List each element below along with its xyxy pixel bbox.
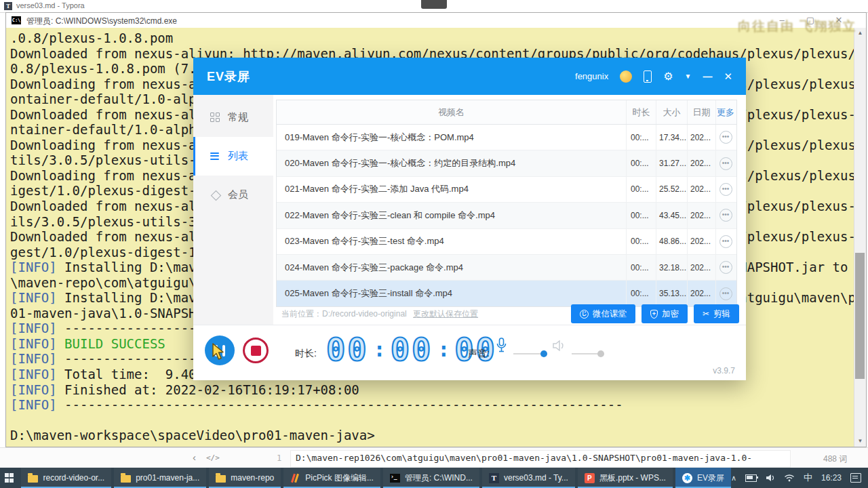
more-options-button[interactable]: •••	[719, 157, 732, 170]
clock-minutes: 00	[391, 329, 433, 370]
video-name: 025-Maven 命令行-实验三-install 命令.mp4	[277, 281, 627, 306]
video-date: 202...	[688, 125, 716, 150]
taskbar-item[interactable]: EV录屏	[675, 468, 731, 488]
taskbar-item-icon	[585, 473, 595, 483]
battery-icon[interactable]	[745, 474, 757, 482]
start-button[interactable]	[0, 468, 18, 488]
sidebar-item-general[interactable]: 常规	[193, 98, 273, 137]
phone-icon[interactable]	[644, 70, 652, 83]
cmd-icon: C:\	[12, 16, 21, 24]
wifi-icon[interactable]	[784, 474, 795, 482]
more-options-button[interactable]: •••	[719, 235, 732, 248]
action-center-icon[interactable]	[850, 473, 861, 483]
change-location-link[interactable]: 更改默认保存位置	[413, 309, 478, 319]
video-size: 43.45...	[656, 203, 688, 228]
table-header: 视频名 时长 大小 日期 更多	[277, 100, 736, 125]
ev-titlebar[interactable]: EV录屏 fengunix ⚙ ▼ — ✕	[193, 58, 746, 95]
windows-logo-icon	[5, 473, 14, 483]
sidebar-item-member[interactable]: 会员	[193, 176, 273, 214]
cmd-titlebar[interactable]: C:\ 管理员: C:\WINDOWS\system32\cmd.exe – ▢…	[6, 13, 866, 28]
typora-titlebar: T verse03.md - Typora	[0, 0, 868, 13]
video-row[interactable]: 021-Maven 命令行-实验二-添加 Java 代码.mp4 00:... …	[277, 177, 736, 203]
wechat-class-button[interactable]: じ 微信课堂	[571, 304, 635, 323]
video-date: 202...	[688, 203, 716, 228]
mic-volume-handle[interactable]	[540, 350, 547, 357]
encrypt-button[interactable]: + 加密	[642, 304, 688, 323]
column-header-name[interactable]: 视频名	[277, 100, 627, 124]
video-duration: 00:...	[627, 150, 656, 176]
typora-window-title: verse03.md - Typora	[16, 1, 85, 9]
more-options-button[interactable]: •••	[719, 209, 732, 222]
save-location: 当前位置：D:/record-video-original 更改默认保存位置	[281, 308, 478, 320]
button-label: 加密	[662, 308, 679, 320]
video-size: 48.86...	[656, 229, 688, 254]
ime-indicator[interactable]: 中	[804, 472, 812, 484]
button-label: 剪辑	[713, 308, 730, 320]
video-duration: 00:...	[627, 125, 656, 150]
code-line-text[interactable]: D:\maven-rep1026\com\atguigu\maven\pro01…	[296, 453, 752, 463]
taskbar-item-icon	[121, 475, 131, 483]
edit-clip-button[interactable]: ✂ 剪辑	[694, 304, 739, 323]
taskbar-item[interactable]: record-video-or...	[21, 468, 111, 488]
tray-chevron-icon[interactable]: ∧	[731, 474, 736, 483]
clock[interactable]: 16:23	[821, 473, 842, 483]
video-duration: 00:...	[627, 203, 656, 228]
video-row[interactable]: 019-Maven 命令行-实验一-核心概念：POM.mp4 00:... 17…	[277, 125, 736, 150]
video-row[interactable]: 025-Maven 命令行-实验三-install 命令.mp4 00:... …	[277, 281, 736, 306]
speaker-volume-handle[interactable]	[597, 350, 604, 357]
scroll-down-icon[interactable]: ▼	[854, 436, 866, 447]
taskbar-item[interactable]: PicPick 图像编辑...	[283, 468, 380, 488]
more-options-button[interactable]: •••	[719, 261, 732, 274]
ev-minimize-button[interactable]: —	[703, 71, 712, 82]
avatar[interactable]	[620, 70, 632, 83]
taskbar-item-label: 管理员: C:\WIND...	[405, 472, 473, 484]
grid-icon	[210, 113, 220, 123]
video-size: 17.34...	[656, 125, 688, 150]
taskbar-item[interactable]: 管理员: C:\WIND...	[383, 468, 479, 488]
sidebar-label: 会员	[228, 188, 248, 201]
stop-button[interactable]	[243, 338, 269, 363]
taskbar-item-icon	[28, 475, 38, 483]
speaker-icon[interactable]	[553, 340, 565, 351]
video-row[interactable]: 023-Maven 命令行-实验三-test 命令.mp4 00:... 48.…	[277, 229, 736, 255]
taskbar-item[interactable]: maven-repo	[209, 468, 281, 488]
dark-toolbar-fragment	[421, 0, 447, 9]
gear-icon[interactable]: ⚙	[663, 71, 673, 82]
taskbar-item[interactable]: pro01-maven-ja...	[114, 468, 206, 488]
microphone-icon[interactable]	[496, 338, 507, 353]
video-name: 021-Maven 命令行-实验二-添加 Java 代码.mp4	[277, 177, 627, 202]
column-header-size[interactable]: 大小	[656, 100, 688, 124]
video-date: 202...	[688, 150, 716, 176]
sidebar-label: 常规	[228, 111, 248, 124]
username[interactable]: fengunix	[575, 71, 608, 81]
more-options-button[interactable]: •••	[719, 183, 732, 196]
line-number: 1	[277, 453, 281, 463]
taskbar-item-icon	[390, 474, 400, 483]
taskbar-item-label: record-video-or...	[43, 473, 104, 483]
video-row[interactable]: 020-Maven 命令行-实验一-核心概念：约定的目录结构.mp4 00:..…	[277, 150, 736, 176]
column-header-date[interactable]: 日期	[688, 100, 716, 124]
cmd-scrollbar[interactable]: ▲ ▼	[854, 28, 866, 447]
video-row[interactable]: 022-Maven 命令行-实验三-clean 和 compile 命令.mp4…	[277, 203, 736, 228]
menu-dropdown-icon[interactable]: ▼	[685, 73, 692, 80]
volume-icon[interactable]	[766, 474, 775, 482]
ev-sidebar: 常规 列表 会员	[193, 95, 273, 325]
video-date: 202...	[688, 281, 716, 306]
ev-close-button[interactable]: ✕	[724, 70, 732, 83]
ev-recorder-window: EV录屏 fengunix ⚙ ▼ — ✕ 常规 列表 会员 视频名 时长 大小	[193, 58, 746, 380]
column-header-more[interactable]: 更多	[716, 100, 735, 124]
back-chevron-icon[interactable]: ‹	[193, 451, 196, 463]
gem-icon	[210, 190, 220, 200]
code-block-icon[interactable]: </>	[206, 453, 220, 462]
video-size: 35.13...	[656, 281, 688, 306]
more-options-button[interactable]: •••	[719, 287, 732, 300]
taskbar-item[interactable]: 黑板.pptx - WPS...	[578, 468, 673, 488]
more-options-button[interactable]: •••	[719, 131, 732, 144]
sidebar-item-list[interactable]: 列表	[193, 137, 273, 176]
scrollbar-thumb[interactable]	[855, 253, 865, 379]
sidebar-label: 列表	[228, 150, 248, 163]
video-row[interactable]: 024-Maven 命令行-实验三-package 命令.mp4 00:... …	[277, 255, 736, 281]
taskbar-item-label: 黑板.pptx - WPS...	[599, 472, 666, 484]
column-header-duration[interactable]: 时长	[627, 100, 656, 124]
taskbar-item[interactable]: verse03.md - Ty...	[482, 468, 575, 488]
